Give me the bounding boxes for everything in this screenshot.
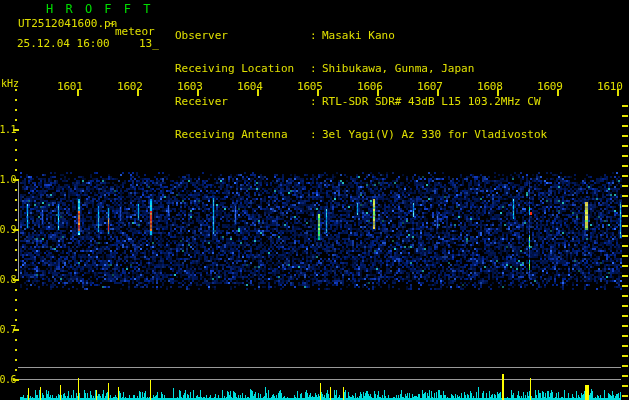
info-label: Receiving Location: [175, 63, 294, 74]
x-tick-label: 1605: [297, 81, 323, 92]
y-tick-label: 0.7: [0, 325, 16, 335]
spectrogram-canvas: [0, 0, 629, 400]
x-tick-label: 1610: [597, 81, 623, 92]
y-tick-label: 0.8: [0, 275, 16, 285]
x-tick-label: 1608: [477, 81, 503, 92]
seconds-counter: 13_: [139, 38, 159, 49]
frequency-unit-label: kHz: [1, 79, 19, 89]
x-tick-label: 1603: [177, 81, 203, 92]
hrofft-screen: H R O F F T UT2512041600.pn ~ meteor 25.…: [0, 0, 629, 400]
datetime-label: 25.12.04 16:00: [17, 38, 110, 49]
output-file-name: UT2512041600.pn: [18, 18, 117, 29]
info-colon: :: [310, 129, 317, 140]
y-tick-label: 0.6: [0, 375, 16, 385]
info-row-receiver: Receiver : RTL-SDR SDR# 43dB L15 103.2MH…: [175, 96, 215, 107]
info-value: RTL-SDR SDR# 43dB L15 103.2MHz CW: [322, 96, 541, 107]
info-value: 3el Yagi(V) Az 330 for Vladivostok: [322, 129, 547, 140]
x-tick-label: 1609: [537, 81, 563, 92]
info-colon: :: [310, 63, 317, 74]
info-label: Observer: [175, 30, 228, 41]
mode-label: meteor: [115, 26, 155, 37]
info-label: Receiver: [175, 96, 228, 107]
y-tick-label: 1.0: [0, 175, 16, 185]
y-tick-label: 1.1: [0, 125, 16, 135]
x-tick-label: 1601: [57, 81, 83, 92]
app-title: H R O F F T: [46, 3, 153, 15]
info-row-antenna: Receiving Antenna : 3el Yagi(V) Az 330 f…: [175, 129, 215, 140]
info-row-location: Receiving Location : Shibukawa, Gunma, J…: [175, 63, 215, 74]
y-tick-label: 0.9: [0, 225, 16, 235]
x-tick-label: 1607: [417, 81, 443, 92]
x-tick-label: 1604: [237, 81, 263, 92]
info-row-observer: Observer : Masaki Kano: [175, 30, 215, 41]
info-value: Masaki Kano: [322, 30, 395, 41]
x-tick-label: 1606: [357, 81, 383, 92]
info-colon: :: [310, 96, 317, 107]
x-tick-label: 1602: [117, 81, 143, 92]
info-label: Receiving Antenna: [175, 129, 288, 140]
info-colon: :: [310, 30, 317, 41]
info-value: Shibukawa, Gunma, Japan: [322, 63, 474, 74]
